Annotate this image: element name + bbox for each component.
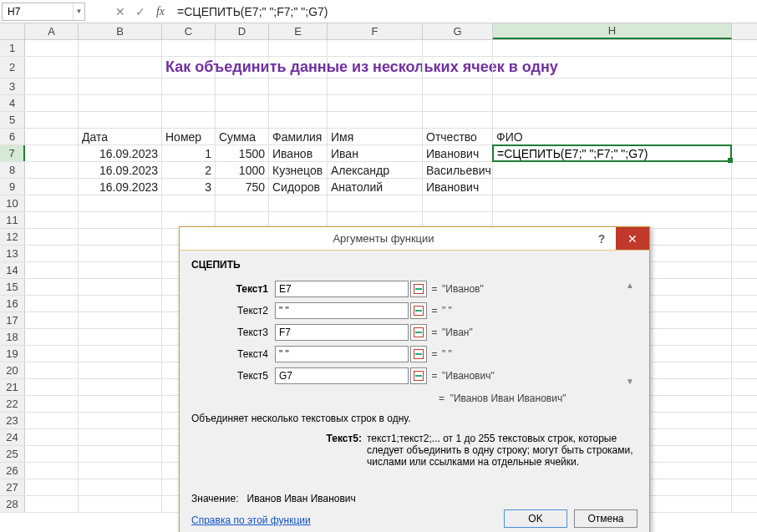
row-header[interactable]: 1 [0,40,25,56]
argument-input[interactable] [275,281,409,297]
row-header[interactable]: 8 [0,162,25,178]
cell[interactable] [79,379,162,395]
cell[interactable] [79,79,162,94]
cell[interactable] [79,40,162,56]
row-header[interactable]: 22 [0,396,25,412]
range-picker-button[interactable] [410,324,427,341]
insert-function-icon[interactable]: fx [150,3,170,21]
cancel-button[interactable]: Отмена [574,509,638,528]
cell[interactable]: Дата [79,129,162,144]
cell[interactable] [79,496,162,512]
cell[interactable] [269,112,328,128]
cell[interactable] [423,79,493,94]
cell[interactable] [79,446,162,462]
cell[interactable] [79,346,162,362]
row-header[interactable]: 16 [0,296,25,312]
cell[interactable] [216,112,269,128]
cell[interactable] [25,262,79,278]
select-all-corner[interactable] [0,23,25,39]
cell[interactable]: Имя [328,129,423,144]
row-header[interactable]: 13 [0,246,25,261]
row-header[interactable]: 3 [0,79,25,94]
ok-button[interactable]: OK [504,509,567,528]
cell[interactable] [162,95,216,111]
range-picker-button[interactable] [410,302,427,319]
argument-input[interactable] [275,324,409,341]
cell[interactable] [216,57,269,78]
row-header[interactable]: 7 [0,145,25,161]
cell[interactable] [216,40,269,56]
active-cell[interactable]: =СЦЕПИТЬ(E7;" ";F7;" ";G7) [492,144,732,162]
cell[interactable] [162,79,216,94]
argument-input[interactable] [275,302,409,319]
cell[interactable] [25,362,79,378]
cell[interactable] [25,40,79,56]
cell[interactable] [25,212,79,228]
cell[interactable] [269,95,328,111]
column-header[interactable]: B [79,23,162,39]
cell[interactable] [328,40,423,56]
cell[interactable] [79,262,162,278]
column-header[interactable]: G [423,23,493,39]
cell[interactable] [328,195,423,211]
cell[interactable] [79,463,162,479]
cell[interactable] [79,279,162,295]
cell[interactable] [25,496,79,512]
row-header[interactable]: 17 [0,312,25,328]
cell[interactable] [493,179,732,195]
row-header[interactable]: 18 [0,329,25,345]
cell[interactable]: 16.09.2023 [79,162,162,178]
cell[interactable] [216,95,269,111]
row-header[interactable]: 11 [0,212,25,228]
cell[interactable]: Кузнецов [269,162,328,178]
range-picker-button[interactable] [410,367,427,384]
cell[interactable]: 16.09.2023 [79,145,162,161]
cell[interactable]: Иванов [269,145,328,161]
cell[interactable] [25,57,79,78]
cell[interactable] [79,229,162,245]
cell[interactable] [25,129,79,144]
cell[interactable] [493,195,732,211]
row-header[interactable]: 14 [0,262,25,278]
cell[interactable] [423,40,493,56]
args-scroll-up-icon[interactable]: ▲ [622,281,638,290]
args-scroll-down-icon[interactable]: ▼ [622,377,638,386]
cell[interactable] [79,112,162,128]
cell[interactable] [79,413,162,428]
row-header[interactable]: 9 [0,179,25,195]
row-header[interactable]: 10 [0,195,25,211]
cell[interactable] [25,396,79,412]
cell[interactable] [328,79,423,94]
row-header[interactable]: 6 [0,129,25,144]
cell[interactable] [493,79,732,94]
argument-input[interactable] [275,367,409,384]
name-box[interactable]: H7 ▼ [2,3,85,21]
row-header[interactable]: 27 [0,479,25,495]
cell[interactable] [162,195,216,211]
cell[interactable] [79,429,162,445]
row-header[interactable]: 12 [0,229,25,245]
cell[interactable] [25,479,79,495]
cancel-formula-icon[interactable]: ✕ [110,3,130,21]
cell[interactable] [79,312,162,328]
column-header[interactable]: E [269,23,328,39]
cell[interactable] [216,195,269,211]
row-header[interactable]: 5 [0,112,25,128]
cell[interactable] [25,162,79,178]
accept-formula-icon[interactable]: ✓ [130,3,150,21]
column-header[interactable]: D [216,23,269,39]
cell[interactable] [25,463,79,479]
cell[interactable] [25,246,79,261]
range-picker-button[interactable] [410,346,427,362]
row-header[interactable]: 21 [0,379,25,395]
cell[interactable] [25,429,79,445]
cell[interactable]: Как объединить данные из нескольких ячее… [162,57,216,78]
cell[interactable]: 3 [162,179,216,195]
function-help-link[interactable]: Справка по этой функции [191,514,311,526]
row-header[interactable]: 4 [0,95,25,111]
row-header[interactable]: 2 [0,57,25,78]
name-box-dropdown-icon[interactable]: ▼ [73,3,84,20]
cell[interactable] [423,112,493,128]
row-header[interactable]: 26 [0,463,25,479]
dialog-help-button[interactable]: ? [587,227,616,250]
